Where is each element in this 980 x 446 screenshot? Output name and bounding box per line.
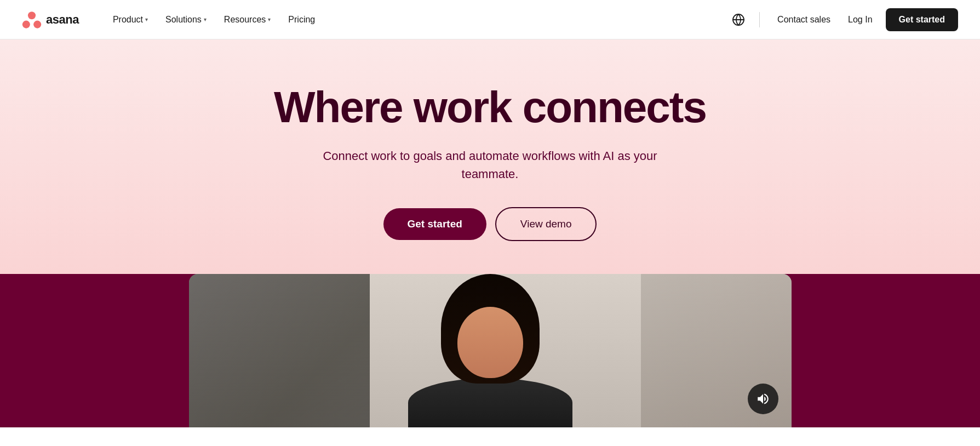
brand-name: asana <box>46 13 79 27</box>
hero-subtitle: Connect work to goals and automate workf… <box>299 147 682 183</box>
face-shape <box>457 307 523 378</box>
hero-section: Where work connects Connect work to goal… <box>0 39 980 274</box>
chevron-down-icon: ▾ <box>145 16 148 22</box>
nav-right: Contact sales Log In Get started <box>726 8 958 32</box>
hero-view-demo-button[interactable]: View demo <box>495 207 597 241</box>
nav-pricing-label: Pricing <box>288 15 315 25</box>
navbar: asana Product ▾ Solutions ▾ Resources ▾ … <box>0 0 980 39</box>
chevron-down-icon: ▾ <box>268 16 271 22</box>
globe-icon <box>732 13 745 26</box>
audio-icon <box>756 392 770 406</box>
nav-solutions-label: Solutions <box>165 15 202 25</box>
nav-item-resources[interactable]: Resources ▾ <box>216 10 278 29</box>
window-left <box>189 274 370 427</box>
shoulders-shape <box>408 378 572 427</box>
asana-logo-icon <box>22 10 42 30</box>
video-section <box>0 274 980 427</box>
audio-button[interactable] <box>748 384 778 414</box>
nav-item-product[interactable]: Product ▾ <box>105 10 156 29</box>
login-button[interactable]: Log In <box>839 10 881 29</box>
svg-point-2 <box>33 20 41 28</box>
globe-button[interactable] <box>726 8 750 32</box>
nav-resources-label: Resources <box>224 15 266 25</box>
contact-sales-button[interactable]: Contact sales <box>769 10 839 29</box>
svg-point-0 <box>28 12 36 19</box>
nav-item-pricing[interactable]: Pricing <box>280 10 323 29</box>
logo-link[interactable]: asana <box>22 10 79 30</box>
svg-point-1 <box>22 20 30 28</box>
hero-title: Where work connects <box>274 83 706 131</box>
nav-divider <box>759 12 760 27</box>
get-started-nav-button[interactable]: Get started <box>886 8 958 31</box>
person-overlay <box>403 274 578 427</box>
nav-product-label: Product <box>113 15 143 25</box>
hero-get-started-button[interactable]: Get started <box>383 208 486 240</box>
chevron-down-icon: ▾ <box>204 16 207 22</box>
nav-links: Product ▾ Solutions ▾ Resources ▾ Pricin… <box>105 10 726 29</box>
hero-buttons: Get started View demo <box>383 207 597 241</box>
nav-item-solutions[interactable]: Solutions ▾ <box>158 10 214 29</box>
video-placeholder[interactable] <box>189 274 792 427</box>
video-container <box>189 274 792 427</box>
